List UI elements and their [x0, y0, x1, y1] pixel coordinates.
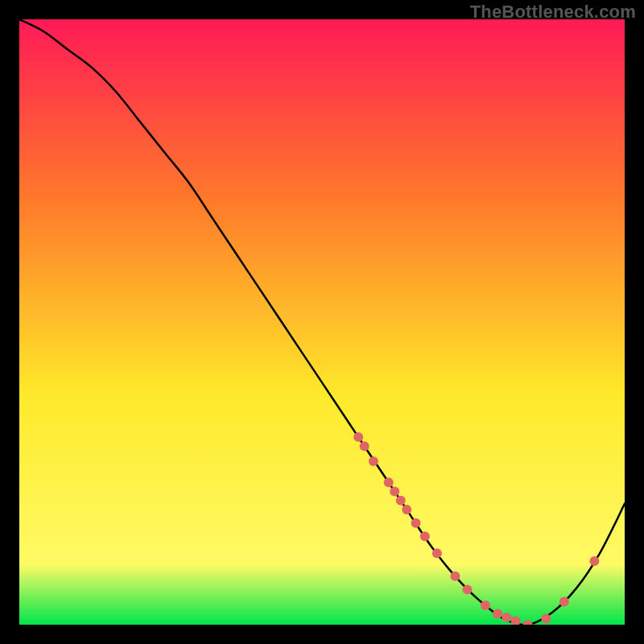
highlight-point [589, 556, 599, 566]
highlight-point [402, 505, 411, 514]
highlight-point [396, 496, 406, 506]
highlight-point [384, 477, 394, 487]
highlight-point [420, 531, 430, 541]
highlight-point [360, 441, 369, 451]
chart-frame: TheBottleneck.com [0, 0, 644, 644]
highlight-point [559, 597, 569, 606]
highlight-point [462, 584, 472, 594]
plot-background [19, 19, 625, 625]
highlight-point [369, 456, 378, 466]
highlight-point [541, 613, 551, 623]
highlight-point [411, 518, 421, 528]
highlight-point [353, 432, 363, 442]
highlight-point [450, 572, 460, 581]
highlight-point [493, 609, 502, 618]
plot-area [19, 19, 625, 625]
chart-svg [19, 19, 625, 625]
highlight-point [502, 613, 511, 622]
highlight-point [432, 548, 442, 558]
highlight-point [481, 601, 490, 610]
highlight-point [390, 487, 399, 497]
